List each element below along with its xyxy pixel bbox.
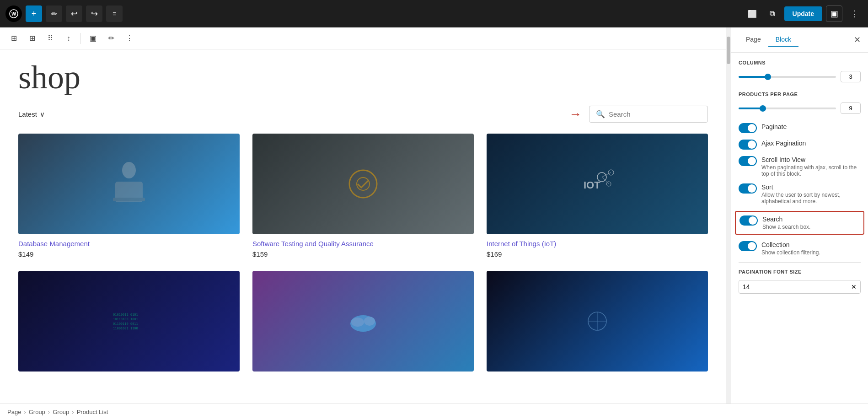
breadcrumb-item[interactable]: Product List: [77, 409, 108, 415]
external-link-button[interactable]: ⧉: [764, 5, 781, 22]
paginate-toggle[interactable]: [739, 123, 757, 133]
breadcrumb-item[interactable]: Group: [53, 409, 69, 415]
search-icon: 🔍: [596, 110, 605, 118]
grid-icon: ⊞: [29, 34, 35, 43]
more-options-button[interactable]: ⋮: [846, 5, 863, 22]
tab-page[interactable]: Page: [739, 33, 768, 47]
product-card: 01010011 0101 10110100 1001 01100110 001…: [18, 271, 240, 380]
products-per-page-input[interactable]: [841, 102, 861, 114]
ajax-pagination-toggle[interactable]: [739, 140, 757, 150]
columns-value-input[interactable]: [841, 71, 861, 82]
search-label: Search: [762, 215, 810, 223]
redo-button[interactable]: ↪: [86, 5, 102, 22]
product-grid: Database Management $149: [18, 134, 708, 380]
svg-point-2: [122, 162, 136, 178]
product-name[interactable]: Database Management: [18, 240, 240, 248]
menu-icon: ≡: [113, 10, 116, 17]
product-name[interactable]: Internet of Things (IoT): [487, 240, 708, 248]
svg-text:01100110 0011: 01100110 0011: [113, 322, 138, 326]
toggle-sort: Sort Allow the user to sort by newest, a…: [739, 183, 861, 205]
toggle-ajax-pagination: Ajax Pagination: [739, 140, 861, 150]
block-tool-grid[interactable]: ⊞: [24, 30, 40, 47]
columns-slider-thumb[interactable]: [765, 74, 771, 80]
font-size-clear-icon: ✕: [851, 283, 857, 291]
undo-button[interactable]: ↩: [66, 5, 82, 22]
edit-icon: ✏: [108, 34, 114, 43]
close-panel-button[interactable]: ✕: [854, 35, 861, 45]
scroll-thumb[interactable]: [727, 37, 730, 64]
sidebar-toggle-button[interactable]: ▣: [826, 5, 842, 22]
plus-icon: +: [32, 9, 37, 19]
product-image-content: [487, 271, 708, 372]
redo-icon: ↪: [91, 9, 98, 19]
shop-title: shop: [18, 59, 708, 97]
tab-block[interactable]: Block: [768, 33, 798, 47]
breadcrumb-item[interactable]: Group: [29, 409, 45, 415]
arrow-indicator: →: [569, 108, 582, 121]
breadcrumb-sep: ›: [48, 409, 50, 415]
scroll-track[interactable]: [726, 27, 731, 404]
collection-toggle[interactable]: [739, 241, 757, 251]
product-name[interactable]: Software Testing and Quality Assurance: [252, 240, 474, 248]
ajax-pagination-label-group: Ajax Pagination: [761, 140, 806, 147]
paginate-label-group: Paginate: [761, 123, 787, 130]
panel-tabs: Page Block: [739, 33, 798, 47]
scroll-into-view-toggle[interactable]: [739, 156, 757, 166]
svg-point-18: [351, 318, 364, 327]
sort-toggle[interactable]: [739, 183, 757, 194]
sort-dropdown[interactable]: Latest ∨: [18, 110, 45, 118]
block-tool-drag[interactable]: ⠿: [42, 30, 59, 47]
products-per-page-fill: [739, 108, 763, 109]
product-card: [252, 271, 474, 380]
block-tool-more[interactable]: ⋮: [121, 30, 138, 47]
block-tool-edit[interactable]: ✏: [103, 30, 119, 47]
right-panel: Page Block ✕ COLUMNS PRODUCTS PER PAGE: [731, 27, 868, 404]
search-input-box[interactable]: 🔍: [589, 106, 708, 123]
product-image-content: 01010011 0101 10110100 1001 01100110 001…: [18, 271, 240, 372]
more-block-icon: ⋮: [126, 34, 133, 43]
breadcrumb: Page › Group › Group › Product List: [0, 404, 868, 420]
add-block-button[interactable]: +: [26, 5, 42, 22]
group-icon: ⊞: [11, 34, 17, 43]
product-image: [487, 271, 708, 372]
undo-icon: ↩: [71, 9, 78, 19]
view-button[interactable]: ⬜: [744, 5, 761, 22]
toolbar-separator: [80, 33, 81, 44]
product-price: $149: [18, 250, 240, 258]
product-image: [18, 134, 240, 234]
products-per-page-thumb[interactable]: [760, 105, 766, 112]
font-size-value: 14: [743, 283, 750, 291]
product-image-content: [252, 271, 474, 372]
svg-point-5: [349, 170, 377, 198]
update-button[interactable]: Update: [784, 6, 822, 21]
columns-slider[interactable]: [739, 76, 836, 78]
sort-label: Latest: [18, 110, 37, 118]
block-tool-move[interactable]: ↕: [60, 30, 77, 47]
block-tool-align[interactable]: ▣: [85, 30, 101, 47]
drag-icon: ⠿: [48, 34, 53, 43]
menu-button[interactable]: ≡: [106, 5, 123, 22]
svg-text:10110100 1001: 10110100 1001: [113, 318, 138, 321]
toolbar-right: ⬜ ⧉ Update ▣ ⋮: [744, 5, 863, 22]
brush-tool-button[interactable]: ✏: [46, 5, 62, 22]
close-icon: ✕: [854, 35, 861, 45]
product-image: 01010011 0101 10110100 1001 01100110 001…: [18, 271, 240, 372]
products-per-page-slider[interactable]: [739, 108, 836, 109]
breadcrumb-sep: ›: [72, 409, 74, 415]
product-image-content: IOT: [487, 134, 708, 234]
breadcrumb-item[interactable]: Page: [7, 409, 21, 415]
svg-point-6: [357, 178, 370, 190]
scroll-into-view-desc: When paginating with ajax, scroll to the…: [761, 164, 861, 177]
block-tool-group[interactable]: ⊞: [5, 30, 22, 47]
product-image-content: [252, 134, 474, 234]
panel-content: COLUMNS PRODUCTS PER PAGE: [731, 53, 868, 404]
columns-slider-row: [739, 71, 861, 82]
search-input[interactable]: [609, 110, 701, 118]
wordpress-logo[interactable]: W: [5, 5, 22, 22]
search-toggle[interactable]: [739, 215, 758, 226]
paginate-label: Paginate: [761, 123, 787, 130]
pagination-font-size-select[interactable]: 14 ✕: [739, 280, 861, 294]
svg-line-12: [602, 177, 609, 184]
svg-rect-4: [113, 198, 145, 201]
shop-controls: Latest ∨ → 🔍: [18, 106, 708, 123]
